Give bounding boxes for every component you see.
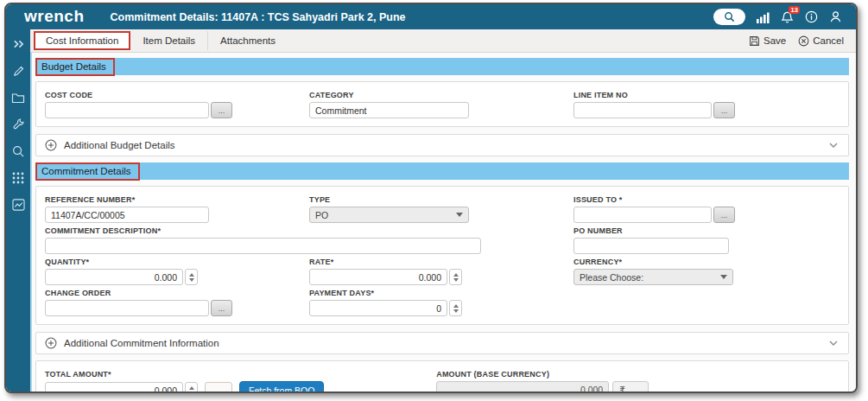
content-area: Budget Details COST CODE ... CATEGORY	[30, 53, 856, 391]
rate-stepper[interactable]	[449, 269, 462, 285]
payment-days-label: PAYMENT DAYS*	[309, 289, 573, 297]
totals-panel: TOTAL AMOUNT* Fetch from BOQ AMOUNT	[35, 360, 849, 391]
sidebar-item-search[interactable]	[10, 143, 26, 159]
rate-label: RATE*	[309, 258, 573, 266]
issued-to-browse-button[interactable]: ...	[713, 207, 735, 223]
type-selected-value: PO	[315, 210, 328, 220]
line-item-no-input[interactable]	[573, 102, 712, 118]
budget-details-heading: Budget Details	[35, 58, 115, 76]
header-actions: 13	[713, 9, 856, 25]
change-order-input[interactable]	[45, 300, 209, 316]
sidebar-item-apps[interactable]	[10, 170, 26, 186]
info-button[interactable]	[805, 10, 818, 23]
cost-code-browse-button[interactable]: ...	[211, 102, 232, 118]
quantity-label: QUANTITY*	[45, 258, 309, 266]
sidebar-item-edit[interactable]	[10, 63, 26, 79]
search-icon	[724, 11, 735, 22]
currency-select[interactable]: Please Choose:	[573, 269, 733, 285]
expand-sidebar-button[interactable]	[10, 36, 26, 52]
additional-budget-details-expander[interactable]: Additional Budget Details	[35, 134, 849, 156]
line-item-no-browse-button[interactable]: ...	[713, 102, 735, 118]
issued-to-input[interactable]	[573, 207, 712, 223]
cancel-label: Cancel	[813, 35, 844, 46]
reference-number-input[interactable]	[45, 207, 209, 223]
folder-icon	[11, 92, 25, 104]
search-button[interactable]	[713, 9, 745, 25]
change-order-browse-button[interactable]: ...	[211, 300, 232, 316]
payment-days-stepper[interactable]	[449, 300, 462, 316]
profile-button[interactable]	[829, 10, 842, 23]
cancel-icon	[798, 35, 809, 47]
payment-days-input[interactable]	[309, 300, 447, 316]
app-logo: wrench	[6, 7, 111, 28]
chevron-down-icon	[829, 341, 838, 346]
payment-days-field: PAYMENT DAYS*	[309, 285, 573, 316]
amount-base-currency-input	[436, 381, 609, 391]
sidebar-item-smartview[interactable]	[10, 197, 26, 213]
issued-to-label: ISSUED TO *	[573, 195, 838, 204]
reference-number-label: REFERENCE NUMBER*	[45, 195, 309, 204]
total-amount-label: TOTAL AMOUNT*	[45, 370, 324, 379]
notifications-button[interactable]: 13	[781, 10, 794, 24]
change-order-field: CHANGE ORDER ...	[45, 285, 309, 316]
additional-commitment-information-expander[interactable]: Additional Commitment Information	[35, 332, 849, 354]
sidebar	[6, 29, 30, 391]
type-select[interactable]: PO	[309, 207, 469, 223]
sidebar-item-tools[interactable]	[10, 117, 26, 132]
quantity-field: QUANTITY*	[45, 254, 309, 285]
budget-details-panel: COST CODE ... CATEGORY	[35, 81, 849, 127]
currency-symbol-box: ₹	[612, 381, 649, 391]
cost-code-input[interactable]	[45, 102, 209, 118]
category-label: CATEGORY	[309, 91, 573, 99]
pencil-icon	[12, 65, 25, 78]
type-label: TYPE	[309, 195, 573, 204]
quantity-input[interactable]	[45, 269, 183, 285]
total-amount-aux-box	[205, 382, 232, 391]
tab-item-details[interactable]: Item Details	[130, 31, 208, 50]
cost-code-field: COST CODE ...	[45, 87, 309, 118]
po-number-input[interactable]	[573, 238, 729, 254]
tab-attachments[interactable]: Attachments	[208, 31, 288, 50]
notification-badge: 13	[789, 6, 800, 15]
sidebar-item-documents[interactable]	[10, 90, 26, 105]
cancel-button[interactable]: Cancel	[798, 35, 844, 47]
total-amount-input[interactable]	[45, 382, 183, 391]
category-input[interactable]	[309, 102, 469, 118]
chevron-down-icon	[720, 275, 727, 279]
report-image-icon	[12, 199, 25, 211]
chevron-down-icon	[456, 213, 463, 217]
po-number-field: PO NUMBER	[573, 223, 838, 254]
chevron-down-icon	[829, 143, 838, 148]
po-number-label: PO NUMBER	[573, 226, 838, 235]
page-title: Commitment Details: 11407A : TCS Sahyadr…	[111, 11, 713, 23]
tab-label: Item Details	[143, 35, 195, 46]
quantity-stepper[interactable]	[185, 269, 198, 285]
apps-grid-icon	[12, 172, 24, 184]
commitment-details-panel: REFERENCE NUMBER* TYPE PO	[35, 186, 849, 325]
category-field: CATEGORY	[309, 87, 573, 118]
save-button[interactable]: Save	[749, 35, 786, 47]
tab-bar: Cost Information Item Details Attachment…	[30, 29, 856, 53]
rate-input[interactable]	[309, 269, 447, 285]
stats-button[interactable]	[757, 11, 770, 23]
tab-label: Cost Information	[46, 35, 118, 46]
line-item-no-label: LINE ITEM NO	[573, 91, 838, 99]
commitment-description-input[interactable]	[45, 238, 481, 254]
expand-plus-icon	[45, 337, 57, 349]
cost-code-label: COST CODE	[45, 91, 309, 99]
app-window: wrench Commitment Details: 11407A : TCS …	[4, 3, 858, 393]
currency-label: CURRENCY*	[573, 258, 838, 266]
info-icon	[805, 10, 818, 23]
issued-to-field: ISSUED TO * ...	[573, 192, 838, 223]
commitment-description-label: COMMITMENT DESCRIPTION*	[45, 226, 573, 235]
fetch-from-boq-button[interactable]: Fetch from BOQ	[239, 381, 324, 391]
save-label: Save	[763, 35, 786, 46]
commitment-description-field: COMMITMENT DESCRIPTION*	[45, 223, 573, 254]
reference-number-field: REFERENCE NUMBER*	[45, 192, 309, 223]
tab-cost-information[interactable]: Cost Information	[34, 31, 130, 50]
change-order-label: CHANGE ORDER	[45, 289, 309, 297]
total-amount-stepper[interactable]	[185, 382, 198, 391]
app-header: wrench Commitment Details: 11407A : TCS …	[6, 4, 856, 29]
amount-base-currency-label: AMOUNT (BASE CURRENCY)	[436, 370, 701, 379]
type-field: TYPE PO	[309, 192, 573, 223]
